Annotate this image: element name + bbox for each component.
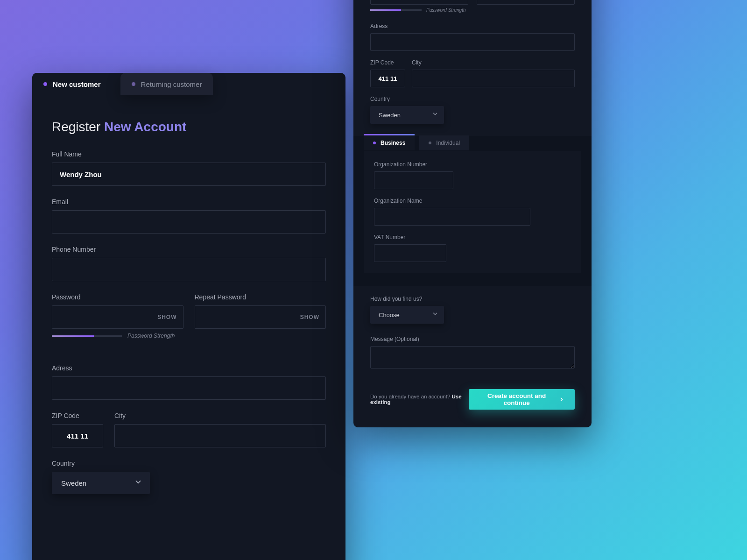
tab-business-label: Business — [381, 140, 405, 146]
password-strength-label: Password Strength — [127, 333, 175, 339]
register-form-body: Register New Account Full Name Email Pho… — [32, 95, 345, 560]
register-card-right: SHOW SHOW Password Strength Adress ZIP C… — [353, 0, 592, 427]
password-field-right[interactable] — [370, 0, 468, 5]
country-selected-value-right: Sweden — [379, 112, 401, 119]
email-field[interactable] — [52, 210, 326, 234]
zip-label: ZIP Code — [52, 412, 103, 419]
city-label-right: City — [412, 59, 575, 66]
country-selected-value: Sweden — [61, 479, 86, 487]
tab-new-customer-label: New customer — [53, 80, 101, 88]
password-strength-bar — [52, 335, 122, 337]
org-number-label: Organization Number — [374, 161, 571, 168]
org-number-field[interactable] — [374, 171, 453, 189]
business-panel: Organization Number Organization Name VA… — [364, 151, 581, 273]
create-account-label: Create account and continue — [479, 392, 554, 406]
form-footer: Do you already have an account? Use exis… — [370, 389, 575, 410]
tab-individual[interactable]: Individual — [419, 135, 469, 150]
create-account-button[interactable]: Create account and continue — [469, 389, 575, 410]
address-field[interactable] — [52, 376, 326, 400]
tab-business[interactable]: Business — [364, 134, 415, 150]
tab-returning-customer-label: Returning customer — [141, 80, 202, 88]
password-strength-label-right: Password Strength — [426, 7, 466, 13]
password-strength-bar-right — [370, 9, 422, 11]
how-found-selected-value: Choose — [379, 312, 400, 319]
account-type-section: Business Individual Organization Number … — [353, 136, 592, 286]
address-label-right: Adress — [370, 23, 575, 29]
message-field[interactable] — [370, 346, 575, 369]
page-title: Register New Account — [52, 120, 326, 135]
country-select-right[interactable]: Sweden — [370, 106, 444, 124]
repeat-password-field-right[interactable] — [477, 0, 575, 5]
show-password-button[interactable]: SHOW — [157, 314, 176, 320]
tab-dot-icon — [429, 142, 431, 144]
city-label: City — [114, 412, 326, 419]
phone-label: Phone Number — [52, 246, 326, 253]
org-name-field[interactable] — [374, 208, 530, 226]
title-accent: New Account — [104, 120, 186, 134]
tab-individual-label: Individual — [436, 140, 460, 146]
country-label-right: Country — [370, 96, 575, 102]
show-repeat-password-button[interactable]: SHOW — [300, 314, 319, 320]
vat-label: VAT Number — [374, 234, 571, 241]
customer-tabs: New customer Returning customer — [32, 73, 345, 95]
account-type-tabs: Business Individual — [364, 135, 581, 150]
country-select[interactable]: Sweden — [52, 472, 150, 494]
how-found-select[interactable]: Choose — [370, 306, 444, 324]
message-label: Message (Optional) — [370, 336, 575, 342]
zip-label-right: ZIP Code — [370, 59, 405, 66]
tab-new-customer[interactable]: New customer — [32, 73, 112, 95]
already-have-account: Do you already have an account? Use exis… — [370, 394, 469, 405]
chevron-right-icon — [559, 396, 564, 403]
address-field-right[interactable] — [370, 33, 575, 51]
full-name-field[interactable] — [52, 163, 326, 186]
email-label: Email — [52, 198, 326, 206]
title-plain: Register — [52, 120, 104, 134]
phone-field[interactable] — [52, 258, 326, 281]
tab-dot-icon — [373, 142, 376, 144]
city-field[interactable] — [114, 424, 326, 447]
full-name-label: Full Name — [52, 150, 326, 158]
repeat-password-label: Repeat Password — [195, 293, 326, 301]
password-label: Password — [52, 293, 183, 301]
tab-dot-icon — [132, 82, 135, 86]
address-label: Adress — [52, 364, 326, 372]
how-found-label: How did you find us? — [370, 296, 575, 302]
vat-field[interactable] — [374, 244, 446, 262]
already-text: Do you already have an account? — [370, 394, 452, 399]
country-label: Country — [52, 460, 326, 467]
tab-dot-icon — [43, 82, 47, 86]
org-name-label: Organization Name — [374, 198, 571, 204]
zip-field-right[interactable] — [370, 70, 405, 87]
tab-returning-customer[interactable]: Returning customer — [120, 73, 213, 95]
city-field-right[interactable] — [412, 70, 575, 87]
register-card-left: New customer Returning customer Register… — [32, 73, 345, 560]
zip-field[interactable] — [52, 424, 103, 447]
